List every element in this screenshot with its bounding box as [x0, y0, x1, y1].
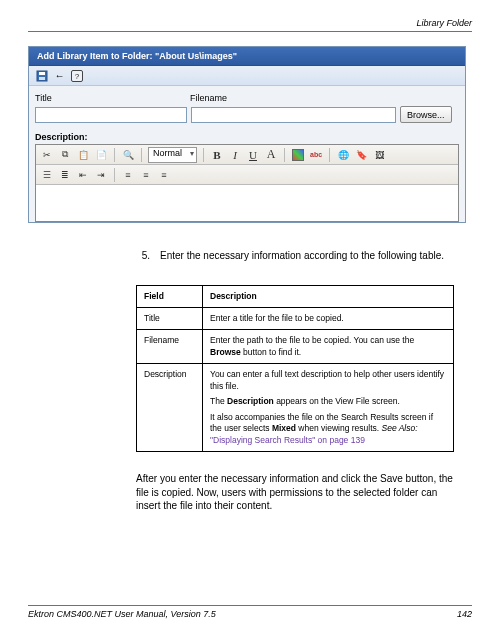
text-strong: Mixed [272, 423, 296, 433]
help-icon[interactable]: ? [71, 70, 83, 82]
paste-icon[interactable]: 📋 [76, 148, 90, 162]
col-header-description: Description [203, 285, 454, 307]
cut-icon[interactable]: ✂ [40, 148, 54, 162]
image-icon[interactable]: 🖼 [372, 148, 386, 162]
outdent-icon[interactable]: ⇤ [76, 168, 90, 182]
text-fragment: button to find it. [241, 347, 301, 357]
cms-main-toolbar: ← ? [29, 66, 465, 86]
footer-page-number: 142 [457, 609, 472, 619]
step-text: Enter the necessary information accordin… [160, 249, 456, 263]
align-center-icon[interactable]: ≡ [139, 168, 153, 182]
bold-icon[interactable]: B [210, 148, 224, 162]
page-header-right: Library Folder [28, 18, 472, 28]
align-right-icon[interactable]: ≡ [157, 168, 171, 182]
header-divider [28, 31, 472, 32]
col-header-field: Field [137, 285, 203, 307]
align-left-icon[interactable]: ≡ [121, 168, 135, 182]
text-paragraph: It also accompanies the file on the Sear… [210, 412, 446, 446]
editor-content-area[interactable] [36, 185, 458, 221]
bullet-list-icon[interactable]: ☰ [40, 168, 54, 182]
browse-button[interactable]: Browse... [400, 106, 452, 123]
footer-manual-title: Ektron CMS400.NET User Manual, Version 7… [28, 609, 216, 619]
text-fragment: The [210, 396, 227, 406]
style-select[interactable]: Normal [148, 147, 197, 163]
find-icon[interactable]: 🔍 [121, 148, 135, 162]
cms-form-body: Title Filename Browse... Description: ✂ … [29, 86, 465, 222]
step-number: 5. [136, 249, 150, 263]
cross-reference-link[interactable]: "Displaying Search Results" on page 139 [210, 435, 365, 445]
see-also-label: See Also: [382, 423, 418, 433]
instruction-step: 5. Enter the necessary information accor… [136, 249, 456, 263]
indent-icon[interactable]: ⇥ [94, 168, 108, 182]
italic-icon[interactable]: I [228, 148, 242, 162]
table-row: Filename Enter the path to the file to b… [137, 330, 454, 364]
field-description-table: Field Description Title Enter a title fo… [136, 285, 454, 453]
filename-label: Filename [190, 92, 459, 104]
footer-divider [28, 605, 472, 606]
text-fragment: Enter the path to the file to be copied.… [210, 335, 414, 345]
save-icon[interactable] [35, 69, 48, 82]
title-input[interactable] [35, 107, 187, 123]
number-list-icon[interactable]: ≣ [58, 168, 72, 182]
hyperlink-icon[interactable]: 🌐 [336, 148, 350, 162]
rich-text-editor: ✂ ⧉ 📋 📄 🔍 Normal B I U A abc 🌐 🔖 🖼 [35, 144, 459, 222]
svg-rect-2 [39, 77, 45, 80]
description-label: Description: [35, 130, 459, 144]
text-fragment: when viewing results. [296, 423, 382, 433]
title-label: Title [35, 92, 190, 104]
copy-icon[interactable]: ⧉ [58, 148, 72, 162]
cell-desc: Enter a title for the file to be copied. [203, 307, 454, 329]
text-fragment: appears on the View File screen. [274, 396, 400, 406]
highlight-icon[interactable] [291, 148, 305, 162]
cell-field: Filename [137, 330, 203, 364]
toolbar-separator [203, 148, 204, 162]
text-paragraph: You can enter a full text description to… [210, 369, 446, 392]
toolbar-separator [114, 168, 115, 182]
svg-rect-1 [39, 72, 45, 75]
cell-field: Description [137, 364, 203, 452]
after-paragraph: After you enter the necessary informatio… [136, 472, 456, 513]
spellcheck-icon[interactable]: abc [309, 148, 323, 162]
cms-titlebar: Add Library Item to Folder: "About Us\im… [29, 47, 465, 66]
filename-input[interactable] [191, 107, 396, 123]
font-color-icon[interactable]: A [264, 148, 278, 162]
toolbar-separator [114, 148, 115, 162]
editor-toolbar-row-2: ☰ ≣ ⇤ ⇥ ≡ ≡ ≡ [36, 165, 458, 185]
editor-toolbar-row-1: ✂ ⧉ 📋 📄 🔍 Normal B I U A abc 🌐 🔖 🖼 [36, 145, 458, 165]
underline-icon[interactable]: U [246, 148, 260, 162]
back-arrow-icon[interactable]: ← [53, 69, 66, 82]
text-strong: Browse [210, 347, 241, 357]
page-footer: Ektron CMS400.NET User Manual, Version 7… [28, 605, 472, 619]
table-row: Description You can enter a full text de… [137, 364, 454, 452]
toolbar-separator [284, 148, 285, 162]
table-header-row: Field Description [137, 285, 454, 307]
paste-text-icon[interactable]: 📄 [94, 148, 108, 162]
toolbar-separator [329, 148, 330, 162]
text-strong: Description [227, 396, 274, 406]
table-row: Title Enter a title for the file to be c… [137, 307, 454, 329]
toolbar-separator [141, 148, 142, 162]
cms-window: Add Library Item to Folder: "About Us\im… [28, 46, 466, 223]
bookmark-icon[interactable]: 🔖 [354, 148, 368, 162]
cell-field: Title [137, 307, 203, 329]
cell-desc: Enter the path to the file to be copied.… [203, 330, 454, 364]
cell-desc: You can enter a full text description to… [203, 364, 454, 452]
text-paragraph: The Description appears on the View File… [210, 396, 446, 407]
